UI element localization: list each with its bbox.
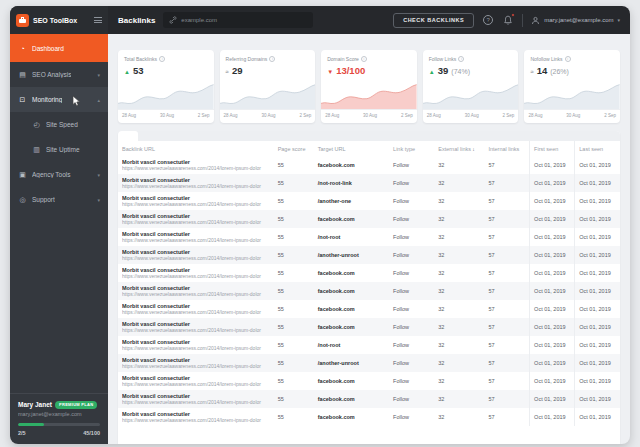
table-row[interactable]: Morbit vascil consectutler https://www.v… (118, 300, 620, 318)
backlink-url[interactable]: https://www.venezuelaawareness.com/2014/… (122, 291, 270, 297)
backlink-url[interactable]: https://www.venezuelaawareness.com/2014/… (122, 219, 270, 225)
chevron-icon: ▾ (97, 172, 100, 178)
backlink-url[interactable]: https://www.venezuelaawareness.com/2014/… (122, 309, 270, 315)
backlink-url[interactable]: https://www.venezuelaawareness.com/2014/… (122, 273, 270, 279)
table-row[interactable]: Morbit vascil consectutler https://www.v… (118, 390, 620, 408)
backlink-url[interactable]: https://www.venezuelaawareness.com/2014/… (122, 201, 270, 207)
notifications-button[interactable] (502, 14, 514, 26)
help-button[interactable]: ? (482, 14, 494, 26)
table-tab-recent[interactable] (118, 131, 138, 141)
target-url-cell[interactable]: /not-root (314, 336, 389, 354)
x-label: 30 Aug (363, 113, 377, 118)
external-links-cell: 32 (434, 300, 484, 318)
mini-area-chart (321, 79, 417, 109)
target-url-cell[interactable]: facebook.com (314, 408, 389, 426)
table-row[interactable]: Morbit vascil consectutler https://www.v… (118, 228, 620, 246)
sidebar-item-label: SEO Analysis (32, 71, 71, 78)
table-row[interactable]: Morbit vascil consectutler https://www.v… (118, 318, 620, 336)
backlink-url[interactable]: https://www.venezuelaawareness.com/2014/… (122, 183, 270, 189)
stat-card: Domain Score i ▼ 13/100 28 Aug 30 Aug 2 … (321, 50, 417, 123)
table-row[interactable]: Morbit vascil consectutler https://www.v… (118, 246, 620, 264)
backlink-url[interactable]: https://www.venezuelaawareness.com/2014/… (122, 345, 270, 351)
target-url-cell[interactable]: facebook.com (314, 282, 389, 300)
stat-card-value: 53 (133, 65, 144, 76)
last-seen-cell: Oct 01, 2019 (575, 372, 620, 390)
column-header-external-links[interactable]: External links ↓ (434, 141, 484, 156)
sidebar-item-monitoring[interactable]: ⊡ Monitoring ▴ (10, 87, 108, 112)
target-url-cell[interactable]: facebook.com (314, 372, 389, 390)
info-icon[interactable]: i (269, 56, 275, 62)
last-seen-cell: Oct 01, 2019 (575, 354, 620, 372)
link-type-cell: Follow (389, 372, 434, 390)
account-menu[interactable]: mary.janet@example.com ▾ (531, 16, 620, 25)
table-tab-tld-distribution[interactable] (198, 131, 218, 141)
internal-links-cell: 57 (484, 372, 529, 390)
external-links-cell: 32 (434, 408, 484, 426)
target-url-cell[interactable]: facebook.com (314, 300, 389, 318)
target-url-cell[interactable]: /another-one (314, 192, 389, 210)
target-url-cell[interactable]: facebook.com (314, 390, 389, 408)
target-url-cell[interactable]: facebook.com (314, 264, 389, 282)
search-input[interactable] (181, 17, 307, 23)
target-url-cell[interactable]: facebook.com (314, 318, 389, 336)
domain-search[interactable] (163, 12, 313, 28)
target-url-cell[interactable]: /another-unroot (314, 354, 389, 372)
backlink-url[interactable]: https://www.venezuelaawareness.com/2014/… (122, 399, 270, 405)
last-seen-cell: Oct 01, 2019 (575, 174, 620, 192)
sidebar-item-dashboard[interactable]: ◔ Dashboard (10, 34, 108, 62)
last-seen-cell: Oct 01, 2019 (575, 318, 620, 336)
backlink-url[interactable]: https://www.venezuelaawareness.com/2014/… (122, 363, 270, 369)
sidebar-item-support[interactable]: ◎ Support ▾ (10, 187, 108, 212)
table-row[interactable]: Morbit vascil consectutler https://www.v… (118, 354, 620, 372)
table-row[interactable]: Morbit vascil consectutler https://www.v… (118, 156, 620, 174)
table-row[interactable]: Morbit vascil consectutler https://www.v… (118, 336, 620, 354)
link-type-cell: Follow (389, 408, 434, 426)
info-icon[interactable]: i (565, 56, 571, 62)
sidebar-collapse-icon[interactable] (94, 17, 102, 23)
backlink-url[interactable]: https://www.venezuelaawareness.com/2014/… (122, 327, 270, 333)
table-tab-important[interactable] (138, 131, 158, 141)
sidebar-item-site-speed[interactable]: ◴ Site Speed (10, 112, 108, 137)
sort-desc-icon: ↓ (471, 146, 475, 152)
backlink-url[interactable]: https://www.venezuelaawareness.com/2014/… (122, 237, 270, 243)
backlink-url[interactable]: https://www.venezuelaawareness.com/2014/… (122, 381, 270, 387)
stat-cards: Total Backlinks i ▲ 53 28 Aug 30 Aug 2 S… (108, 50, 630, 123)
sidebar-item-agency-tools[interactable]: ▣ Agency Tools ▾ (10, 162, 108, 187)
backlink-url[interactable]: https://www.venezuelaawareness.com/2014/… (122, 165, 270, 171)
sidebar-item-seo-analysis[interactable]: ▤ SEO Analysis ▾ (10, 62, 108, 87)
table-row[interactable]: Morbit vascil consectutler https://www.v… (118, 408, 620, 426)
info-icon[interactable]: i (458, 56, 464, 62)
table-row[interactable]: Morbit vascil consectutler https://www.v… (118, 264, 620, 282)
main-area: Backlinks CHECK BACKLINKS ? (108, 6, 630, 444)
internal-links-cell: 57 (484, 156, 529, 174)
site-uptime-icon: ▥ (32, 146, 41, 154)
flat-trend-icon: ≈ (226, 69, 229, 75)
target-url-cell[interactable]: /not-root (314, 228, 389, 246)
target-url-cell[interactable]: /not-root-link (314, 174, 389, 192)
table-row[interactable]: Morbit vascil consectutler https://www.v… (118, 282, 620, 300)
first-seen-cell: Oct 01, 2019 (530, 246, 575, 264)
table-row[interactable]: Morbit vascil consectutler https://www.v… (118, 372, 620, 390)
target-url-cell[interactable]: facebook.com (314, 210, 389, 228)
table-row[interactable]: Morbit vascil consectutler https://www.v… (118, 192, 620, 210)
target-url-cell[interactable]: /another-unroot (314, 246, 389, 264)
backlink-url[interactable]: https://www.venezuelaawareness.com/2014/… (122, 255, 270, 261)
table-row[interactable]: Morbit vascil consectutler https://www.v… (118, 210, 620, 228)
table-tab-countries[interactable] (218, 131, 238, 141)
info-icon[interactable]: i (361, 56, 367, 62)
x-label: 28 Aug (122, 113, 136, 118)
page-score-cell: 55 (274, 282, 314, 300)
sidebar-item-site-uptime[interactable]: ▥ Site Uptime (10, 137, 108, 162)
sidebar-user-block: Mary Janet PREMIUM PLAN mary.janet@examp… (10, 393, 108, 445)
chart-x-axis: 28 Aug 30 Aug 2 Sep (321, 109, 417, 120)
table-tab-referring-domains[interactable] (158, 131, 178, 141)
link-type-cell: Follow (389, 300, 434, 318)
backlink-url[interactable]: https://www.venezuelaawareness.com/2014/… (122, 417, 270, 423)
table-tab-top-anchors[interactable] (178, 131, 198, 141)
table-row[interactable]: Morbit vascil consectutler https://www.v… (118, 174, 620, 192)
info-icon[interactable]: i (159, 56, 165, 62)
stat-card: Total Backlinks i ▲ 53 28 Aug 30 Aug 2 S… (118, 50, 214, 123)
check-backlinks-button[interactable]: CHECK BACKLINKS (393, 13, 474, 28)
up-trend-icon: ▲ (124, 69, 130, 75)
target-url-cell[interactable]: facebook.com (314, 156, 389, 174)
